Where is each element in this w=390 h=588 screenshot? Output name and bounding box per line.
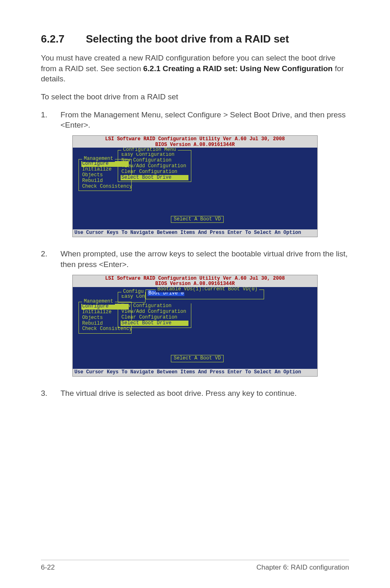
intro-paragraph-1: You must have created a new RAID configu… xyxy=(41,53,349,84)
bios2-cfg-clear[interactable]: Clear Configuration xyxy=(121,315,188,321)
bios2-cfg-select[interactable]: Select Boot Drive xyxy=(121,321,188,326)
bios-screenshot-2: LSI Software RAID Configuration Utility … xyxy=(72,275,318,377)
bios1-mgmt-check[interactable]: Check Consistency xyxy=(81,184,129,190)
bios2-header-line1: LSI Software RAID Configuration Utility … xyxy=(105,276,285,281)
step-3: 3. The virtual drive is selected as boot… xyxy=(41,388,349,399)
bios1-management-legend: Management xyxy=(82,156,115,162)
step-1-bold-1: Management Menu xyxy=(94,110,161,119)
step-2-number: 2. xyxy=(41,249,61,269)
step-3-text: The virtual drive is selected as boot dr… xyxy=(61,388,349,399)
bios1-cfg-clear[interactable]: Clear Configuration xyxy=(121,169,188,175)
bios1-cfg-easy[interactable]: Easy Configuration xyxy=(121,152,188,158)
bios2-bootable-box: Bootable VDs(1):Current Boot VD(0) Boot … xyxy=(146,290,264,299)
bios2-cfg-view[interactable]: View/Add Configuration xyxy=(121,309,188,315)
bios1-header-line2: BIOS Version A.08.09161344R xyxy=(73,142,317,148)
bios2-config-box: New Configuration View/Add Configuration… xyxy=(118,303,191,328)
section-heading: 6.2.7Selecting the boot drive from a RAI… xyxy=(41,33,349,45)
bios2-bottom-msg: Select A Boot VD xyxy=(171,355,224,362)
step-2: 2. When prompted, use the arrow keys to … xyxy=(41,249,349,269)
bios1-cfg-new[interactable]: New Configuration xyxy=(121,158,188,164)
step-1-pre: From the xyxy=(61,110,94,119)
step-1-bold-3: Select Boot Drive xyxy=(230,110,290,119)
bios2-header-line2: BIOS Version A.08.09161344R xyxy=(73,281,317,287)
step-2-text: When prompted, use the arrow keys to sel… xyxy=(61,249,349,269)
bios1-header: LSI Software RAID Configuration Utility … xyxy=(73,136,317,148)
bios1-config-legend: Configuration Menu xyxy=(121,148,178,153)
bios2-cfg-new[interactable]: New Configuration xyxy=(121,303,188,309)
bios2-configu-legend: Configu xyxy=(121,289,145,295)
bios1-cfg-select[interactable]: Select Boot Drive xyxy=(121,175,188,181)
bios1-header-line1: LSI Software RAID Configuration Utility … xyxy=(105,136,285,142)
bios2-management-legend: Management xyxy=(82,299,115,305)
intro-p1-bold: 6.2.1 Creating a RAID set: Using New Con… xyxy=(143,64,332,73)
step-1: 1. From the Management Menu, select Conf… xyxy=(41,110,349,130)
intro-paragraph-2: To select the boot drive from a RAID set xyxy=(41,92,349,102)
section-number: 6.2.7 xyxy=(41,33,86,45)
step-3-number: 3. xyxy=(41,388,61,399)
chapter-label: Chapter 6: RAID configuration xyxy=(256,563,349,572)
step-1-mid1: , select xyxy=(161,110,187,119)
bios1-config-box: Configuration Menu Easy Configuration Ne… xyxy=(118,150,191,182)
section-title-text: Selecting the boot drive from a RAID set xyxy=(86,33,289,45)
bios1-footer: Use Cursor Keys To Navigate Between Item… xyxy=(73,229,317,237)
bios2-header: LSI Software RAID Configuration Utility … xyxy=(73,275,317,287)
step-1-mid2: > xyxy=(221,110,230,119)
page-footer: 6-22 Chapter 6: RAID configuration xyxy=(41,560,349,572)
bios2-configu-box: Configu Easy Con xyxy=(118,292,146,303)
step-1-number: 1. xyxy=(41,110,61,130)
page-number: 6-22 xyxy=(41,563,55,572)
bios2-easy-con: Easy Con xyxy=(121,294,143,300)
bios2-bootable-legend: Bootable VDs(1):Current Boot VD(0) xyxy=(156,287,259,292)
bios1-cfg-view[interactable]: View/Add Configuration xyxy=(121,164,188,169)
bios1-bottom-msg: Select A Boot VD xyxy=(171,216,224,223)
step-1-text: From the Management Menu, select Configu… xyxy=(61,110,349,130)
bios-screenshot-1: LSI Software RAID Configuration Utility … xyxy=(72,135,318,237)
bios2-footer: Use Cursor Keys To Navigate Between Item… xyxy=(73,369,317,376)
step-1-bold-2: Configure xyxy=(188,110,221,119)
